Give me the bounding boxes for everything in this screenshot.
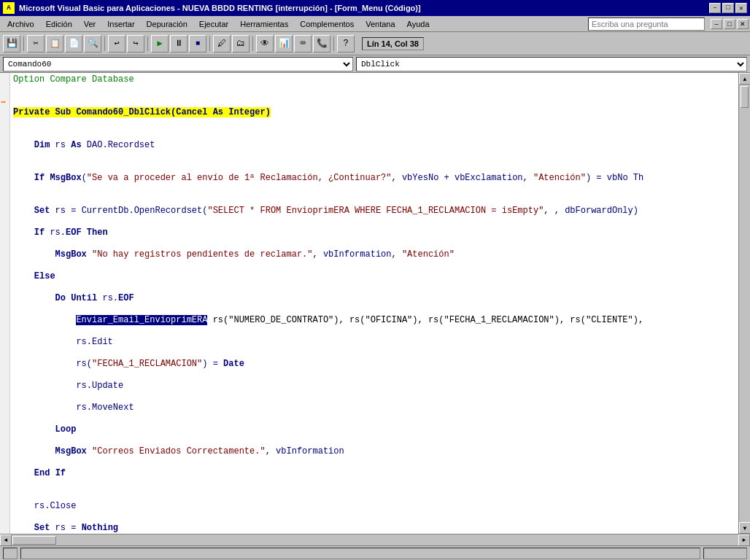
toolbar-find-button[interactable]: 🔍 [84, 35, 101, 52]
code-line-12: Else [13, 271, 735, 282]
event-dropdown[interactable]: DblClick [356, 57, 747, 71]
scroll-thumb-v[interactable] [741, 86, 749, 108]
code-line-21: End If [13, 468, 735, 479]
menu-ver[interactable]: Ver [78, 18, 102, 30]
vertical-scrollbar[interactable]: ▲ ▼ [738, 73, 750, 534]
menu-herramientas[interactable]: Herramientas [234, 18, 294, 30]
minimize-button[interactable]: – [709, 3, 721, 13]
horizontal-scrollbar: ◄ ► [0, 534, 750, 545]
toolbar-sep-2 [104, 36, 105, 51]
toolbar-pause-button[interactable]: ⏸ [170, 35, 188, 52]
code-editor[interactable]: Option Compare Database Private Sub Coma… [10, 73, 738, 534]
editor-body: ➡ Option Compare Database Private Sub Co… [0, 73, 750, 534]
main-window: A Microsoft Visual Basic para Aplicacion… [0, 0, 750, 560]
menu-bar: Archivo Edición Ver Insertar Depuración … [0, 16, 750, 32]
scroll-right-button[interactable]: ► [738, 534, 750, 546]
toolbar: 💾 ✂ 📋 📄 🔍 ↩ ↪ ▶ ⏸ ■ 🖊 🗂 👁 📊 ⌨ 📞 ? Lín 14… [0, 32, 750, 55]
title-bar: A Microsoft Visual Basic para Aplicacion… [0, 0, 750, 16]
scroll-thumb-h[interactable] [12, 536, 56, 545]
toolbar-help-button[interactable]: ? [337, 35, 355, 52]
scroll-track-h [12, 535, 738, 545]
menu-edicion[interactable]: Edición [40, 18, 78, 30]
menu-ejecutar[interactable]: Ejecutar [193, 18, 234, 30]
code-line-15: rs.Edit [13, 337, 735, 348]
code-line-20: MsgBox "Correos Enviados Correctamente."… [13, 446, 735, 457]
dropdowns-row: Comando60 DblClick [0, 55, 750, 73]
code-line-13: Do Until rs.EOF [13, 293, 735, 304]
left-gutter: ➡ [0, 73, 10, 534]
toolbar-locals-button[interactable]: 📊 [275, 35, 293, 52]
toolbar-sep-6 [333, 36, 334, 51]
close-button[interactable]: ✕ [735, 3, 747, 13]
object-dropdown[interactable]: Comando60 [3, 57, 353, 71]
toolbar-design-button[interactable]: 🖊 [213, 35, 231, 52]
status-panel-3 [703, 548, 747, 559]
editor-wrapper: ➡ Option Compare Database Private Sub Co… [0, 73, 750, 560]
menu-ayuda[interactable]: Ayuda [401, 18, 436, 30]
status-panel-2 [20, 548, 700, 559]
toolbar-obj-button[interactable]: 🗂 [232, 35, 250, 52]
arrow-indicator: ➡ [1, 98, 6, 109]
code-line-11: MsgBox "No hay registros pendientes de r… [13, 249, 735, 260]
menu-depuracion[interactable]: Depuración [141, 18, 193, 30]
app-icon: A [3, 2, 15, 14]
toolbar-calls-button[interactable]: 📞 [313, 35, 330, 52]
toolbar-sep-5 [252, 36, 253, 51]
toolbar-save-button[interactable]: 💾 [3, 35, 20, 52]
scroll-up-button[interactable]: ▲ [739, 73, 750, 85]
code-line-23: rs.Close [13, 501, 735, 512]
title-text: Microsoft Visual Basic para Aplicaciones… [19, 4, 705, 12]
scroll-down-button[interactable]: ▼ [739, 522, 750, 534]
code-line-10: If rs.EOF Then [13, 228, 735, 238]
toolbar-watch-button[interactable]: 👁 [256, 35, 274, 52]
menu-archivo[interactable]: Archivo [1, 18, 40, 30]
code-line-7: If MsgBox("Se va a proceder al envío de … [13, 173, 735, 184]
toolbar-cut-button[interactable]: ✂ [27, 35, 45, 52]
toolbar-paste-button[interactable]: 📄 [65, 35, 82, 52]
status-bar [0, 545, 750, 560]
code-line-5: Dim rs As DAO.Recordset [13, 140, 735, 151]
menu-complementos[interactable]: Complementos [294, 18, 360, 30]
code-line-1: Option Compare Database [13, 74, 735, 85]
toolbar-stop-button[interactable]: ■ [189, 35, 206, 52]
code-line-16: rs("FECHA_1_RECLAMACION") = Date [13, 359, 735, 370]
toolbar-sep-3 [147, 36, 148, 51]
inner-window-buttons: – □ ✕ [711, 19, 749, 29]
code-line-24: Set rs = Nothing [13, 523, 735, 534]
toolbar-undo-button[interactable]: ↩ [108, 35, 125, 52]
scroll-track-v [739, 85, 750, 522]
code-line-18: rs.MoveNext [13, 402, 735, 413]
inner-restore-button[interactable]: □ [724, 19, 735, 29]
title-buttons: – □ ✕ [709, 3, 747, 13]
menu-ventana[interactable]: Ventana [360, 18, 401, 30]
search-input[interactable] [588, 18, 705, 31]
toolbar-sep-1 [23, 36, 24, 51]
scroll-left-button[interactable]: ◄ [0, 534, 12, 546]
menu-insertar[interactable]: Insertar [101, 18, 140, 30]
toolbar-sep-4 [209, 36, 210, 51]
restore-button[interactable]: □ [722, 3, 734, 13]
code-line-14: Enviar_Email_EnvioprimERA rs("NUMERO_DE_… [13, 315, 735, 326]
toolbar-immediate-button[interactable]: ⌨ [294, 35, 312, 52]
code-line-17: rs.Update [13, 381, 735, 392]
code-line-9: Set rs = CurrentDb.OpenRecordset("SELECT… [13, 206, 735, 217]
inner-close-button[interactable]: ✕ [737, 19, 749, 29]
status-panel-1 [3, 548, 18, 559]
toolbar-run-button[interactable]: ▶ [151, 35, 169, 52]
toolbar-copy-button[interactable]: 📋 [46, 35, 63, 52]
code-line-3: Private Sub Comando60_DblClick(Cancel As… [13, 107, 735, 118]
inner-minimize-button[interactable]: – [711, 19, 722, 29]
toolbar-position-status: Lín 14, Col 38 [362, 37, 424, 50]
code-line-19: Loop [13, 424, 735, 435]
toolbar-redo-button[interactable]: ↪ [127, 35, 144, 52]
